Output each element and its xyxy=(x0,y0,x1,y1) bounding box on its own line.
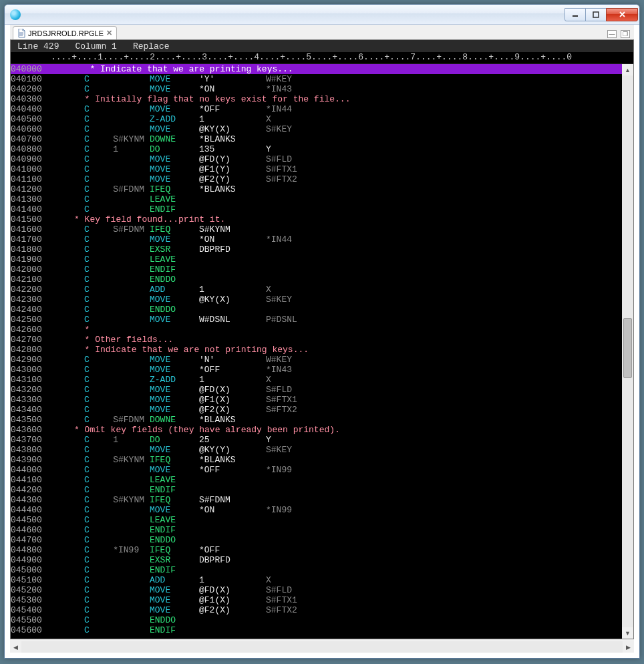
code-line[interactable]: 040100 C MOVE 'Y' W#KEY xyxy=(11,74,633,84)
code-line[interactable]: 040300 * Initially flag that no keys exi… xyxy=(11,94,633,104)
code-line[interactable]: 042400 C ENDDO xyxy=(11,305,633,315)
app-icon xyxy=(10,9,21,20)
code-line[interactable]: 041600 C S#FDNM IFEQ S#KYNM xyxy=(11,224,633,234)
code-line[interactable]: 043100 C Z-ADD 1 X xyxy=(11,375,633,385)
code-line[interactable]: 041700 C MOVE *ON *IN44 xyxy=(11,234,633,244)
scroll-right-icon[interactable]: ▶ xyxy=(623,641,634,653)
code-line[interactable]: 041100 C MOVE @F2(Y) S#FTX2 xyxy=(11,174,633,184)
code-line[interactable]: 044700 C ENDDO xyxy=(11,535,633,545)
scroll-left-icon[interactable]: ◀ xyxy=(10,641,21,653)
editor[interactable]: Line 429 Column 1 Replace ....+....1....… xyxy=(10,39,634,639)
code-line[interactable]: 041900 C LEAVE xyxy=(11,255,633,265)
status-mode: Replace xyxy=(133,41,170,51)
code-line[interactable]: 041200 C S#FDNM IFEQ *BLANKS xyxy=(11,184,633,194)
code-line[interactable]: 045100 C ADD 1 X xyxy=(11,575,633,585)
code-line[interactable]: 042800 * Indicate that we are not printi… xyxy=(11,345,633,355)
code-line[interactable]: 044400 C MOVE *ON *IN99 xyxy=(11,505,633,515)
code-line[interactable]: 041400 C ENDIF xyxy=(11,204,633,214)
tab-file[interactable]: JRDSJRROLD.RPGLE ✕ xyxy=(13,26,117,39)
code-line[interactable]: 043400 C MOVE @F2(X) S#FTX2 xyxy=(11,405,633,415)
code-line[interactable]: 043900 C S#KYNM IFEQ *BLANKS xyxy=(11,455,633,465)
minimize-pane-button[interactable]: — xyxy=(607,30,617,38)
window-controls xyxy=(565,8,638,21)
svg-rect-0 xyxy=(573,15,578,17)
code-line[interactable]: 040700 C S#KYNM DOWNE *BLANKS xyxy=(11,134,633,144)
scroll-thumb[interactable] xyxy=(623,318,632,378)
code-line[interactable]: 040000 * Indicate that we are printing k… xyxy=(11,64,633,74)
scroll-up-icon[interactable]: ▲ xyxy=(622,64,633,75)
code-line[interactable]: 042000 C ENDIF xyxy=(11,265,633,275)
code-line[interactable]: 043600 * Omit key fields (they have alre… xyxy=(11,425,633,435)
vertical-scrollbar[interactable]: ▲ ▼ xyxy=(622,64,633,639)
code-line[interactable]: 044600 C ENDIF xyxy=(11,525,633,535)
code-line[interactable]: 045000 C ENDIF xyxy=(11,565,633,575)
app-window: JRDSJRROLD.RPGLE ✕ — ❐ Line 429 Column 1… xyxy=(4,4,640,659)
code-line[interactable]: 040900 C MOVE @FD(Y) S#FLD xyxy=(11,154,633,164)
code-line[interactable]: 043800 C MOVE @KY(Y) S#KEY xyxy=(11,445,633,455)
content-area: JRDSJRROLD.RPGLE ✕ — ❐ Line 429 Column 1… xyxy=(10,25,634,653)
code-line[interactable]: 043200 C MOVE @FD(X) S#FLD xyxy=(11,385,633,395)
code-line[interactable]: 041500 * Key field found...print it. xyxy=(11,214,633,224)
code-line[interactable]: 044900 C EXSR DBPRFD xyxy=(11,555,633,565)
document-icon xyxy=(17,29,25,38)
code-line[interactable]: 045500 C ENDDO xyxy=(11,615,633,625)
code-line[interactable]: 040600 C MOVE @KY(X) S#KEY xyxy=(11,124,633,134)
code-line[interactable]: 040500 C Z-ADD 1 X xyxy=(11,114,633,124)
tab-close-icon[interactable]: ✕ xyxy=(106,29,112,37)
code-line[interactable]: 040200 C MOVE *ON *IN43 xyxy=(11,84,633,94)
code-line[interactable]: 042500 C MOVE W#DSNL P#DSNL xyxy=(11,315,633,325)
status-column: Column 1 xyxy=(75,41,116,51)
code-line[interactable]: 045300 C MOVE @F1(X) S#FTX1 xyxy=(11,595,633,605)
tab-label: JRDSJRROLD.RPGLE xyxy=(28,29,104,37)
code-line[interactable]: 042700 * Other fields... xyxy=(11,335,633,345)
code-line[interactable]: 045600 C ENDIF xyxy=(11,625,633,635)
code-line[interactable]: 042600 * xyxy=(11,325,633,335)
code-line[interactable]: 044300 C S#KYNM IFEQ S#FDNM xyxy=(11,495,633,505)
titlebar[interactable] xyxy=(5,5,639,25)
horizontal-scrollbar[interactable]: ◀ ▶ xyxy=(10,641,634,653)
code-line[interactable]: 043000 C MOVE *OFF *IN43 xyxy=(11,365,633,375)
code-line[interactable]: 045200 C MOVE @FD(X) S#FLD xyxy=(11,585,633,595)
code-line[interactable]: 041000 C MOVE @F1(Y) S#FTX1 xyxy=(11,164,633,174)
code-line[interactable]: 044800 C *IN99 IFEQ *OFF xyxy=(11,545,633,555)
svg-rect-1 xyxy=(593,12,599,17)
code-line[interactable]: 042900 C MOVE 'N' W#KEY xyxy=(11,355,633,365)
code-line[interactable]: 045400 C MOVE @F2(X) S#FTX2 xyxy=(11,605,633,615)
restore-pane-button[interactable]: ❐ xyxy=(621,30,630,38)
code-line[interactable]: 043700 C 1 DO 25 Y xyxy=(11,435,633,445)
code-line[interactable]: 042200 C ADD 1 X xyxy=(11,285,633,295)
code-line[interactable]: 043300 C MOVE @F1(X) S#FTX1 xyxy=(11,395,633,405)
editor-status-bar: Line 429 Column 1 Replace xyxy=(11,40,633,52)
scroll-down-icon[interactable]: ▼ xyxy=(622,627,633,639)
code-line[interactable]: 044100 C LEAVE xyxy=(11,475,633,485)
maximize-button[interactable] xyxy=(585,8,607,21)
code-line[interactable]: 041300 C LEAVE xyxy=(11,194,633,204)
tabstrip: JRDSJRROLD.RPGLE ✕ — ❐ xyxy=(10,25,634,39)
close-button[interactable] xyxy=(606,8,638,21)
code-line[interactable]: 040800 C 1 DO 135 Y xyxy=(11,144,633,154)
ruler: ....+....1....+....2....+....3....+....4… xyxy=(11,52,633,64)
code-line[interactable]: 040400 C MOVE *OFF *IN44 xyxy=(11,104,633,114)
minimize-button[interactable] xyxy=(565,8,586,21)
code-line[interactable]: 044200 C ENDIF xyxy=(11,485,633,495)
code-line[interactable]: 041800 C EXSR DBPRFD xyxy=(11,244,633,255)
code-area[interactable]: 040000 * Indicate that we are printing k… xyxy=(11,64,633,639)
code-line[interactable]: 042300 C MOVE @KY(X) S#KEY xyxy=(11,295,633,305)
status-line: Line 429 xyxy=(17,41,59,51)
code-line[interactable]: 044500 C LEAVE xyxy=(11,515,633,525)
code-line[interactable]: 044000 C MOVE *OFF *IN99 xyxy=(11,465,633,475)
code-line[interactable]: 042100 C ENDDO xyxy=(11,275,633,285)
code-line[interactable]: 043500 C S#FDNM DOWNE *BLANKS xyxy=(11,415,633,425)
